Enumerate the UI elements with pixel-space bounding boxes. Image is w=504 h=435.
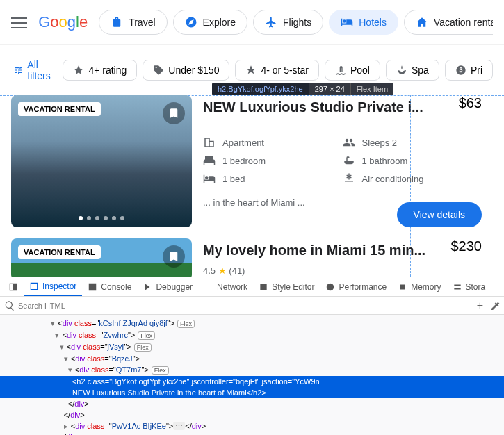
bedroom-icon bbox=[203, 154, 216, 167]
storage-icon bbox=[453, 282, 462, 292]
tab-performance[interactable]: Performance bbox=[320, 277, 392, 296]
tune-icon bbox=[14, 64, 23, 76]
svg-point-0 bbox=[327, 283, 334, 290]
console-icon bbox=[88, 282, 97, 292]
nav-vacation-rentals[interactable]: Vacation renta bbox=[404, 10, 493, 35]
devtools-tabs: Inspector Console Debugger Network Style… bbox=[0, 277, 504, 297]
chip-label: Pri bbox=[471, 65, 482, 76]
filter-star-class[interactable]: 4- or 5-star bbox=[235, 60, 318, 81]
chip-label: Under $150 bbox=[168, 65, 219, 76]
bookmark-icon bbox=[168, 107, 180, 120]
listing-badge: VACATION RENTAL bbox=[18, 245, 101, 259]
memory-icon bbox=[398, 282, 407, 292]
nav-flights[interactable]: Flights bbox=[253, 10, 323, 35]
chip-label: 4- or 5-star bbox=[261, 65, 308, 76]
nav-chips: Travel Explore Flights Hotels Vacation r… bbox=[99, 10, 493, 35]
apartment-icon bbox=[203, 136, 216, 149]
spa-icon bbox=[396, 65, 407, 76]
image-pagination[interactable] bbox=[79, 216, 124, 220]
nav-label: Vacation renta bbox=[434, 17, 493, 28]
tab-console[interactable]: Console bbox=[82, 277, 137, 296]
listing-image[interactable]: VACATION RENTAL bbox=[11, 238, 192, 277]
tab-storage[interactable]: Stora bbox=[447, 277, 491, 296]
people-icon bbox=[343, 136, 355, 149]
add-node-button[interactable]: + bbox=[477, 299, 483, 312]
devtools-panel: Inspector Console Debugger Network Style… bbox=[0, 277, 504, 435]
star-icon bbox=[73, 65, 84, 76]
filter-rating[interactable]: 4+ rating bbox=[63, 60, 137, 81]
selected-dom-node[interactable]: <h2 class="BgYkof ogfYpf ykx2he" jscontr… bbox=[0, 376, 504, 387]
listing-price: $230 bbox=[451, 238, 482, 254]
chip-label: Spa bbox=[412, 65, 429, 76]
app-header: Google Travel Explore Flights Hotels Vac… bbox=[0, 0, 504, 44]
nav-label: Hotels bbox=[359, 17, 387, 28]
menu-icon[interactable] bbox=[11, 14, 27, 31]
amenities-list: Apartment Sleeps 2 1 bedroom 1 bathroom … bbox=[203, 133, 482, 188]
filter-spa[interactable]: Spa bbox=[386, 60, 439, 81]
bed-icon bbox=[341, 16, 353, 28]
search-icon[interactable] bbox=[4, 300, 15, 311]
style-icon bbox=[259, 282, 268, 292]
search-html-input[interactable] bbox=[15, 300, 471, 311]
nav-label: Explore bbox=[203, 17, 236, 28]
listing-price: $63 bbox=[459, 95, 482, 111]
all-filters-button[interactable]: All filters bbox=[11, 54, 57, 87]
eyedropper-icon[interactable] bbox=[489, 300, 500, 311]
pool-icon bbox=[335, 65, 346, 76]
bathroom-icon bbox=[343, 154, 355, 167]
tooltip-meta: Flex Item bbox=[350, 83, 393, 95]
bed-icon bbox=[203, 172, 216, 185]
filter-price[interactable]: Under $150 bbox=[143, 60, 229, 81]
listing-badge: VACATION RENTAL bbox=[18, 102, 101, 116]
price-icon bbox=[455, 65, 466, 76]
results-list: h2.BgYkof.ogfYpf.ykx2he 297 × 24 Flex It… bbox=[0, 95, 504, 277]
nav-hotels[interactable]: Hotels bbox=[329, 10, 398, 35]
amenity-item: Apartment bbox=[203, 133, 343, 151]
tag-icon bbox=[153, 65, 164, 76]
nav-explore[interactable]: Explore bbox=[173, 10, 247, 35]
suitcase-icon bbox=[111, 16, 123, 28]
inspector-icon bbox=[29, 281, 39, 291]
bookmark-button[interactable] bbox=[163, 245, 185, 268]
listing-title: My lovely home in Miami 15 min... bbox=[203, 238, 443, 263]
chip-label: Pool bbox=[350, 65, 370, 76]
tooltip-selector: h2.BgYkof.ogfYpf.ykx2he bbox=[212, 83, 309, 95]
house-icon bbox=[416, 16, 428, 28]
google-logo[interactable]: Google bbox=[38, 13, 88, 31]
bookmark-button[interactable] bbox=[163, 102, 185, 124]
network-icon bbox=[204, 282, 213, 292]
chip-label: 4+ rating bbox=[88, 65, 127, 76]
explore-icon bbox=[185, 16, 197, 28]
amenity-item: Air conditioning bbox=[343, 170, 482, 188]
tab-style-editor[interactable]: Style Editor bbox=[253, 277, 320, 296]
dom-tree[interactable]: ▾<div class="kCsInf ZJqrAd qiy8jf">Flex … bbox=[0, 315, 504, 435]
tab-network[interactable]: Network bbox=[198, 277, 253, 296]
devtools-toolbar: + bbox=[0, 297, 504, 315]
perf-icon bbox=[325, 282, 335, 292]
bookmark-icon bbox=[168, 250, 180, 263]
amenity-item: 1 bed bbox=[203, 170, 343, 188]
view-details-button[interactable]: View details bbox=[397, 202, 482, 227]
dock-icon bbox=[8, 282, 18, 292]
listing-image[interactable]: VACATION RENTAL bbox=[11, 95, 192, 227]
tab-inspector[interactable]: Inspector bbox=[24, 277, 82, 296]
filter-pool[interactable]: Pool bbox=[325, 60, 380, 81]
devtools-docking[interactable] bbox=[3, 277, 24, 296]
ac-icon bbox=[343, 172, 355, 185]
listing-rating: 4.5 ★ (41) bbox=[203, 265, 482, 276]
listing-card[interactable]: VACATION RENTAL My lovely home in Miami … bbox=[11, 238, 493, 277]
plane-icon bbox=[265, 16, 277, 28]
tab-debugger[interactable]: Debugger bbox=[137, 277, 198, 296]
nav-travel[interactable]: Travel bbox=[99, 10, 167, 35]
filter-price-range[interactable]: Pri bbox=[445, 60, 493, 81]
amenity-item: 1 bathroom bbox=[343, 151, 482, 170]
inspector-tooltip: h2.BgYkof.ogfYpf.ykx2he 297 × 24 Flex It… bbox=[212, 83, 393, 95]
debugger-icon bbox=[143, 282, 152, 292]
tooltip-dimensions: 297 × 24 bbox=[309, 83, 350, 95]
amenity-item: 1 bedroom bbox=[203, 151, 343, 170]
nav-label: Travel bbox=[129, 17, 155, 28]
all-filters-label: All filters bbox=[27, 59, 54, 81]
nav-label: Flights bbox=[283, 17, 311, 28]
listing-card[interactable]: VACATION RENTAL NEW Luxurious Studio Pri… bbox=[11, 95, 493, 227]
tab-memory[interactable]: Memory bbox=[392, 277, 446, 296]
